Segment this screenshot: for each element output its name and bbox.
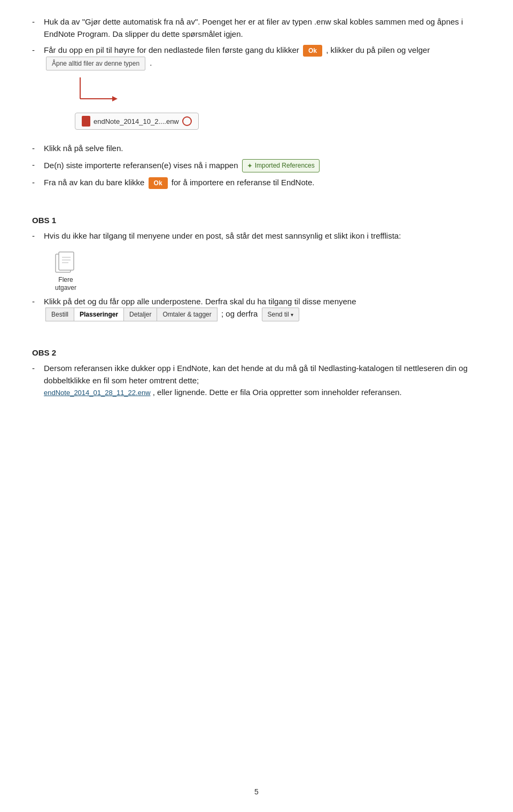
tab-plasseringer[interactable]: Plasseringer: [74, 308, 123, 321]
obs1-text-2: Klikk på det og du får opp alle underpos…: [44, 296, 481, 322]
send-til-label: Send til: [268, 310, 289, 319]
obs2-text-before: Dersom referansen ikke dukker opp i EndN…: [44, 364, 468, 385]
obs2-text-1: Dersom referansen ikke dukker opp i EndN…: [44, 362, 481, 399]
imported-ref-label: Imported References: [255, 161, 315, 170]
dash-5: -: [32, 177, 40, 189]
bullet-item-4: - De(n) siste importerte referansen(e) v…: [32, 159, 481, 173]
file-download-row: endNote_2014_10_2....enw: [75, 113, 481, 130]
obs1-bullet-2: - Klikk på det og du får opp alle underp…: [32, 296, 481, 322]
dash-3: -: [32, 143, 40, 155]
obs1-dash-1: -: [32, 230, 40, 242]
text-after-ok: , klikker du på pilen og velger: [326, 45, 430, 54]
period: .: [150, 58, 152, 67]
annotation-arrow-block: endNote_2014_10_2....enw: [43, 75, 481, 130]
tabs-row: Bestill Plasseringer Detaljer Omtaler & …: [45, 308, 217, 321]
leaf-icon: ✦: [247, 161, 253, 171]
bullet-item-2: - Får du opp en pil til høyre for den ne…: [32, 44, 481, 70]
bullet-text-2: Får du opp en pil til høyre for den nedl…: [44, 44, 481, 70]
tab-omtaler[interactable]: Omtaler & tagger: [157, 308, 217, 321]
ok-button-inline-2: Ok: [149, 177, 168, 189]
page-content: - Huk da av "Gjør dette automatisk fra n…: [32, 16, 481, 399]
bullet-text-4: De(n) siste importerte referansen(e) vis…: [44, 159, 481, 173]
svg-marker-2: [112, 96, 118, 101]
send-til-caret-icon: ▾: [291, 311, 293, 319]
text-before-ok: Får du opp en pil til høyre for den nedl…: [44, 45, 299, 54]
arrow-container: [75, 75, 481, 108]
bullet-text-1: Huk da av "Gjør dette automatisk fra nå …: [44, 16, 481, 40]
tab-detaljer[interactable]: Detaljer: [123, 308, 157, 321]
file-download-box: endNote_2014_10_2....enw: [75, 113, 199, 130]
obs2-label: OBS 2: [32, 348, 481, 357]
dash-2: -: [32, 44, 40, 57]
bullet-item-1: - Huk da av "Gjør dette automatisk fra n…: [32, 16, 481, 40]
page-number: 5: [254, 787, 259, 796]
obs1-dash-2: -: [32, 296, 40, 308]
obs1-bullet-1: - Hvis du ikke har tilgang til menyene u…: [32, 230, 481, 242]
imported-references-badge: ✦ Imported References: [242, 159, 320, 173]
aapne-alltid-box: Åpne alltid filer av denne typen: [46, 57, 145, 70]
obs2-dash-1: -: [32, 362, 40, 375]
obs2-bullet-1: - Dersom referansen ikke dukker opp i En…: [32, 362, 481, 399]
obs2-text-after: , eller lignende. Dette er fila Oria opp…: [153, 388, 402, 397]
obs1-text-1: Hvis du ikke har tilgang til menyene und…: [44, 230, 481, 242]
trefflista-label: Flere utgaver: [55, 276, 76, 293]
bullet-item-5: - Fra nå av kan du bare klikke Ok for å …: [32, 177, 481, 189]
red-circle-indicator: [182, 116, 192, 126]
file-icon-red: [82, 116, 90, 127]
obs1-bullet2-text-before: Klikk på det og du får opp alle underpos…: [44, 297, 356, 306]
dash-4: -: [32, 159, 40, 171]
bullet-text-5: Fra nå av kan du bare klikke Ok for å im…: [44, 177, 481, 189]
bullet-text-3: Klikk nå på selve filen.: [44, 143, 481, 155]
svg-rect-4: [59, 252, 74, 270]
obs1-label: OBS 1: [32, 216, 481, 225]
trefflista-icon-container: Flere utgaver: [53, 250, 78, 293]
enw-link[interactable]: endNote_2014_01_28_11_22.enw: [44, 389, 151, 397]
file-name-label: endNote_2014_10_2....enw: [94, 117, 179, 125]
bullet-item-3: - Klikk nå på selve filen.: [32, 143, 481, 155]
obs1-text-middle: ; og derfra: [221, 309, 258, 318]
bullet5-text-after: for å importere en referanse til EndNote…: [172, 178, 315, 187]
send-til-button[interactable]: Send til ▾: [262, 308, 299, 321]
arrow-svg: [75, 75, 139, 107]
bullet4-text-before: De(n) siste importerte referansen(e) vis…: [44, 160, 238, 169]
ok-button-inline: Ok: [303, 45, 322, 57]
dash-1: -: [32, 16, 40, 28]
copy-icon-svg: [53, 250, 78, 274]
bullet5-text-before: Fra nå av kan du bare klikke: [44, 178, 144, 187]
tab-bestill[interactable]: Bestill: [45, 308, 74, 321]
